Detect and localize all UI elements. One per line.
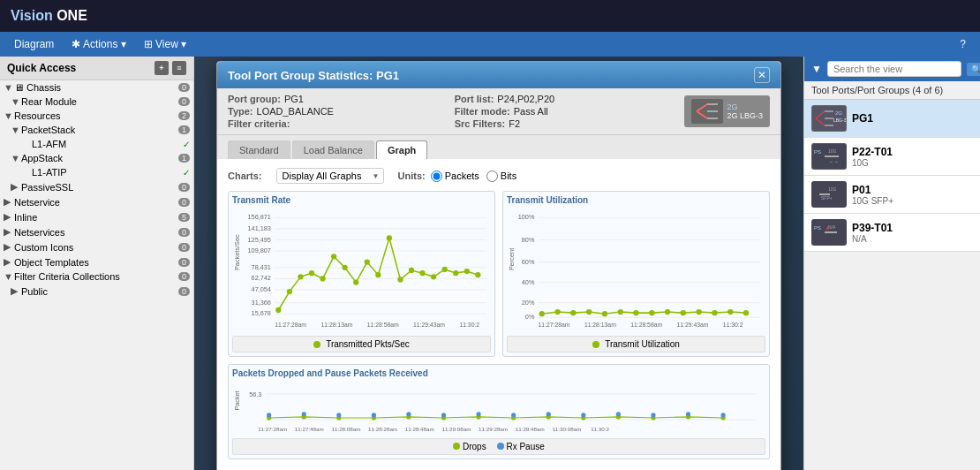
legend-label-drops: Drops <box>463 442 486 451</box>
sidebar-item-appstack[interactable]: ▼ AppStack 1 <box>0 151 193 165</box>
packets-dropped-chart: 56.3 Packet <box>232 382 765 435</box>
svg-text:80%: 80% <box>522 236 535 244</box>
right-panel-header: ▼ 🔍 ? <box>804 57 980 81</box>
port-item-p01[interactable]: 10G SFP+ P01 10G SFP+ <box>804 176 980 214</box>
svg-text:11:30:2: 11:30:2 <box>459 322 479 328</box>
svg-point-107 <box>616 412 621 416</box>
tree-toggle: ▶ <box>11 181 21 193</box>
sidebar-item-public[interactable]: ▶ Public 0 <box>0 284 193 299</box>
sidebar-item-packetstack[interactable]: ▼ PacketStack 1 <box>0 123 193 137</box>
svg-point-106 <box>581 413 585 417</box>
svg-point-110 <box>720 413 725 417</box>
diagram-nav[interactable]: Diagram <box>9 36 59 52</box>
svg-point-62 <box>570 310 576 315</box>
inline-badge: 5 <box>178 213 190 222</box>
type-label: Type: <box>228 106 253 117</box>
view-nav[interactable]: ⊞ View ▾ <box>139 36 192 52</box>
svg-text:11:30:2: 11:30:2 <box>723 322 743 328</box>
sidebar-item-object-templates[interactable]: ▶ Object Templates 0 <box>0 254 193 269</box>
port-item-p22t01[interactable]: PS →→ 10G P22-T01 10G <box>804 138 980 176</box>
right-panel-subtitle: Tool Ports/Port Groups (4 of 6) <box>804 81 980 100</box>
packets-dropped-title: Packets Dropped and Pause Packets Receiv… <box>232 368 765 378</box>
sidebar: Quick Access + ≡ ▼ 🖥 Chassis 0 ▼ Rear Mo… <box>0 57 194 470</box>
svg-text:N/A: N/A <box>828 224 836 230</box>
svg-point-102 <box>441 413 446 417</box>
sidebar-item-passivessl[interactable]: ▶ PassiveSSL 0 <box>0 179 193 194</box>
sidebar-item-inline[interactable]: ▶ Inline 5 <box>0 209 193 224</box>
search-button[interactable]: 🔍 <box>967 63 980 76</box>
sidebar-item-custom-icons[interactable]: ▶ Custom Icons 0 <box>0 239 193 254</box>
app-logo: Vision ONE <box>11 8 87 24</box>
sidebar-item-netservice[interactable]: ▶ Netservice 0 <box>0 194 193 209</box>
search-input[interactable] <box>827 61 961 77</box>
svg-point-98 <box>302 412 306 416</box>
legend-rxpause: Rx Pause <box>497 442 545 451</box>
tree-toggle: ▼ <box>4 82 14 93</box>
svg-text:11:28:08am: 11:28:08am <box>331 426 360 432</box>
transmit-utilization-svg: 100% 80% 60% 40% 20% 0% Percent <box>507 208 765 332</box>
legend-dot-drops <box>453 443 460 450</box>
svg-point-108 <box>651 413 655 417</box>
sidebar-icon-add[interactable]: + <box>155 61 169 75</box>
modal-close-button[interactable]: ✕ <box>754 67 770 83</box>
tree-toggle: ▶ <box>4 256 14 268</box>
svg-text:LBG-3: LBG-3 <box>833 118 846 123</box>
svg-point-72 <box>727 309 733 315</box>
svg-point-36 <box>419 270 425 276</box>
port-item-pg1[interactable]: 2G LBG-3 PG1 <box>804 100 980 138</box>
tab-standard[interactable]: Standard <box>228 140 290 159</box>
radio-packets[interactable]: Packets <box>431 171 479 182</box>
object-templates-badge: 0 <box>178 258 190 267</box>
tab-load-balance[interactable]: Load Balance <box>292 140 374 159</box>
svg-text:11:28:48am: 11:28:48am <box>405 426 434 432</box>
port-item-p39t01[interactable]: PS N/A P39-T01 N/A <box>804 214 980 252</box>
transmit-utilization-chart: 100% 80% 60% 40% 20% 0% Percent <box>507 208 765 332</box>
radio-packets-input[interactable] <box>431 171 442 182</box>
sidebar-item-chassis[interactable]: ▼ 🖥 Chassis 0 <box>0 80 193 95</box>
pg1-icon-svg: 2G LBG-3 <box>812 106 846 131</box>
sidebar-item-netservices[interactable]: ▶ Netservices 0 <box>0 224 193 239</box>
filter-mode-value: Pass All <box>514 106 548 117</box>
svg-text:0%: 0% <box>525 313 535 321</box>
sidebar-icon-settings[interactable]: ≡ <box>172 61 186 75</box>
radio-bits-input[interactable] <box>486 171 498 182</box>
sidebar-item-l1atip[interactable]: L1-ATIP ✓ <box>0 165 193 179</box>
sidebar-item-label: PacketStack <box>21 125 177 135</box>
units-group: Units: Packets Bits <box>398 171 517 182</box>
charts-select[interactable]: Display All Graphs Display NI Graphs Tra… <box>276 168 384 184</box>
svg-text:11:28:58am: 11:28:58am <box>630 322 662 328</box>
modal-tabs: Standard Load Balance Graph <box>217 135 780 159</box>
port-name-pg1: PG1 <box>852 112 973 125</box>
tab-graph[interactable]: Graph <box>376 140 427 159</box>
sidebar-item-label: Netservices <box>14 227 177 238</box>
sidebar-item-l1afm[interactable]: L1-AFM ✓ <box>0 137 193 151</box>
port-icon-pg1: 2G LBG-3 <box>811 105 847 132</box>
svg-point-25 <box>298 274 303 279</box>
tree-toggle: ▶ <box>4 211 14 223</box>
sidebar-item-resources[interactable]: ▼ Resources 2 <box>0 109 193 123</box>
sidebar-item-filter-criteria[interactable]: ▼ Filter Criteria Collections 0 <box>0 269 193 284</box>
svg-text:11:30:08am: 11:30:08am <box>552 426 581 432</box>
sidebar-item-label: Inline <box>14 212 177 223</box>
right-panel: ▼ 🔍 ? Tool Ports/Port Groups (4 of 6) 2G… <box>803 57 980 470</box>
svg-point-31 <box>365 259 370 264</box>
sidebar-item-rear-module[interactable]: ▼ Rear Module 0 <box>0 95 193 109</box>
packets-dropped-panel: Packets Dropped and Pause Packets Receiv… <box>228 364 770 459</box>
actions-nav[interactable]: ✱ Actions ▾ <box>66 36 131 52</box>
sidebar-item-label: Chassis <box>26 82 177 93</box>
svg-text:11:27:48am: 11:27:48am <box>295 426 324 432</box>
svg-point-66 <box>633 310 638 315</box>
legend-label-utilization: Transmit Utilization <box>605 339 680 349</box>
radio-bits[interactable]: Bits <box>486 171 516 182</box>
help-nav[interactable]: ? <box>954 36 971 52</box>
tree-toggle: ▶ <box>4 196 14 208</box>
svg-point-40 <box>464 269 470 274</box>
svg-point-28 <box>331 254 336 259</box>
sidebar-item-label: PassiveSSL <box>21 182 177 193</box>
legend-label-rxpause: Rx Pause <box>506 442 544 451</box>
port-group-label: Port group: <box>228 94 281 104</box>
svg-point-23 <box>275 307 281 313</box>
modal-info-grid: Port group: PG1 Port list: P24,P02,P20 T… <box>228 94 674 129</box>
sidebar-item-label: Rear Module <box>21 96 177 107</box>
svg-point-99 <box>336 413 341 417</box>
